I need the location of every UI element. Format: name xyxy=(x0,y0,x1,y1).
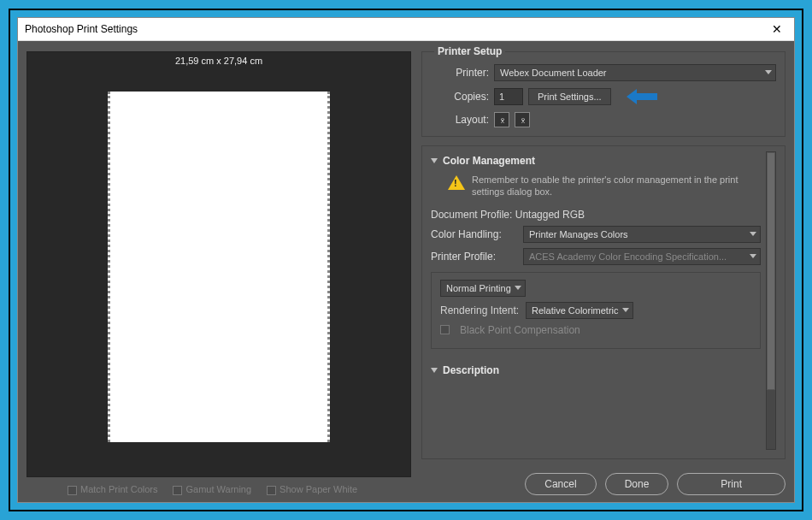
warning-text: Remember to enable the printer's color m… xyxy=(472,174,761,198)
show-paper-white-checkbox: Show Paper White xyxy=(267,484,357,495)
printer-select[interactable]: Webex Document Loader xyxy=(494,64,776,81)
warning-icon xyxy=(448,175,465,190)
black-point-checkbox xyxy=(440,325,450,334)
rendering-intent-label: Rendering Intent: xyxy=(440,304,519,316)
black-point-label: Black Point Compensation xyxy=(460,324,580,336)
printer-setup-title: Printer Setup xyxy=(434,45,505,57)
chevron-down-icon xyxy=(515,286,521,290)
layout-landscape-icon[interactable]: 🯆 xyxy=(515,112,530,127)
print-button[interactable]: Print xyxy=(677,473,786,495)
arrow-callout-icon xyxy=(627,89,659,104)
chevron-down-icon xyxy=(750,232,756,236)
color-management-header[interactable]: Color Management xyxy=(431,155,761,167)
chevron-down-icon xyxy=(431,368,438,373)
chevron-down-icon xyxy=(750,254,756,258)
chevron-down-icon xyxy=(622,308,629,312)
color-handling-select[interactable]: Printer Manages Colors xyxy=(523,226,761,243)
color-handling-label: Color Handling: xyxy=(431,228,516,240)
printer-setup-group: Printer Setup Printer: Webex Document Lo… xyxy=(421,51,786,137)
preview-dimensions: 21,59 cm x 27,94 cm xyxy=(175,56,262,66)
print-settings-button[interactable]: Print Settings... xyxy=(528,88,611,105)
print-mode-select[interactable]: Normal Printing xyxy=(440,280,526,297)
doc-profile-label: Document Profile: xyxy=(431,209,512,221)
print-settings-dialog: Photoshop Print Settings ✕ 21,59 cm x 27… xyxy=(17,17,795,503)
printer-label: Printer: xyxy=(431,67,489,79)
done-button[interactable]: Done xyxy=(605,473,669,495)
print-preview: 21,59 cm x 27,94 cm xyxy=(26,51,411,477)
doc-profile-value: Untagged RGB xyxy=(515,209,585,221)
scrollbar[interactable] xyxy=(766,151,776,450)
description-header[interactable]: Description xyxy=(431,364,761,376)
settings-scroll-group: Color Management Remember to enable the … xyxy=(421,145,786,459)
layout-portrait-icon[interactable]: 🯆 xyxy=(494,112,509,127)
copies-input[interactable] xyxy=(494,88,523,105)
preview-paper xyxy=(108,92,330,442)
scrollbar-thumb[interactable] xyxy=(767,152,775,390)
match-print-colors-checkbox: Match Print Colors xyxy=(68,484,157,495)
rendering-intent-select[interactable]: Relative Colorimetric xyxy=(526,302,633,319)
cancel-button[interactable]: Cancel xyxy=(525,473,596,495)
close-icon[interactable]: ✕ xyxy=(767,22,787,36)
layout-label: Layout: xyxy=(431,114,489,126)
window-title: Photoshop Print Settings xyxy=(25,23,138,35)
chevron-down-icon xyxy=(765,70,772,74)
chevron-down-icon xyxy=(431,158,438,163)
copies-label: Copies: xyxy=(431,91,489,103)
printer-profile-label: Printer Profile: xyxy=(431,251,516,263)
gamut-warning-checkbox: Gamut Warning xyxy=(173,484,251,495)
printer-profile-select: ACES Academy Color Encoding Specificatio… xyxy=(523,248,761,265)
titlebar: Photoshop Print Settings ✕ xyxy=(18,18,794,41)
